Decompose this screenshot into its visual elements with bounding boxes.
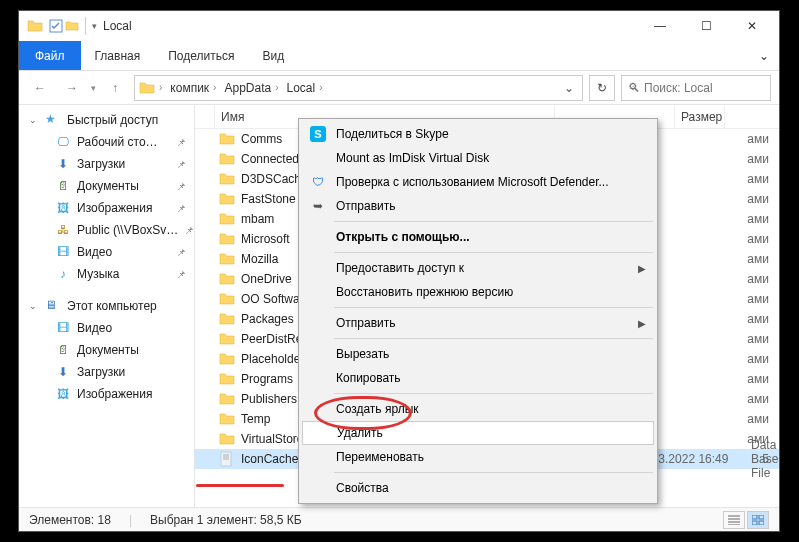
sidebar-item-downloads[interactable]: ⬇︎Загрузки 📌︎ [19,153,194,175]
folder-icon [219,191,235,207]
column-size[interactable]: Размер [675,105,725,128]
share-icon: ➥ [310,198,326,214]
breadcrumb-chev[interactable]: › [155,82,166,93]
expand-icon[interactable]: ⌄ [29,301,39,311]
context-menu-item[interactable]: Открыть с помощью... [302,225,654,249]
ribbon-expand-icon[interactable]: ⌄ [749,41,779,70]
navigation-pane: ⌄ ★ Быстрый доступ 🖵︎Рабочий сто… 📌︎ ⬇︎З… [19,105,195,507]
pin-icon: 📌︎ [176,137,186,148]
context-menu-item[interactable]: Восстановить прежнюю версию [302,280,654,304]
pin-icon: 📌︎ [176,203,186,214]
view-details-button[interactable] [723,511,745,529]
refresh-button[interactable]: ↻ [589,75,615,101]
nav-up-button[interactable]: ↑ [102,75,128,101]
context-menu-separator [334,221,653,222]
sidebar-item-network[interactable]: 🖧︎Public (\\VBoxSv… 📌︎ [19,219,194,241]
skype-icon: S [310,126,326,142]
address-bar[interactable]: › компик› AppData› Local› ⌄ [134,75,583,101]
folder-icon [219,171,235,187]
pin-icon: 📌︎ [176,247,186,258]
context-menu-separator [334,307,653,308]
qat-newfolder-icon[interactable] [65,19,79,33]
submenu-arrow-icon: ▶ [638,318,646,329]
sidebar-item-pictures[interactable]: 🖼︎Изображения 📌︎ [19,197,194,219]
db-file-icon [219,451,235,467]
qat-properties-icon[interactable] [49,19,63,33]
maximize-button[interactable]: ☐ [683,11,729,41]
folder-icon [219,431,235,447]
view-icons-button[interactable] [747,511,769,529]
context-menu-item[interactable]: Создать ярлык [302,397,654,421]
context-menu-item[interactable]: Вырезать [302,342,654,366]
nav-forward-button[interactable]: → [59,75,85,101]
qat-dropdown-icon[interactable]: ▾ [92,21,97,31]
svg-rect-4 [752,521,757,525]
ribbon-tab-home[interactable]: Главная [81,41,155,70]
status-bar: Элементов: 18 | Выбран 1 элемент: 58,5 К… [19,507,779,531]
ribbon-tab-view[interactable]: Вид [248,41,298,70]
nav-recent-icon[interactable]: ▾ [91,83,96,93]
video-icon: 🎞︎ [55,320,71,336]
expand-icon[interactable]: ⌄ [29,115,39,125]
context-menu-item[interactable]: Удалить [302,421,654,445]
folder-icon [219,131,235,147]
context-menu-item[interactable]: Свойства [302,476,654,500]
status-selection: Выбран 1 элемент: 58,5 КБ [150,513,302,527]
sidebar-item-documents[interactable]: 📄︎Документы 📌︎ [19,175,194,197]
folder-icon [219,391,235,407]
minimize-button[interactable]: — [637,11,683,41]
sidebar-item-music[interactable]: ♪︎Музыка 📌︎ [19,263,194,285]
context-menu-item[interactable]: Предоставить доступ к▶ [302,256,654,280]
music-icon: ♪︎ [55,266,71,282]
nav-this-pc[interactable]: ⌄ 🖥︎ Этот компьютер [19,295,194,317]
folder-icon [219,311,235,327]
nav-back-button[interactable]: ← [27,75,53,101]
ribbon-file-tab[interactable]: Файл [19,41,81,70]
context-menu-item[interactable]: SПоделиться в Skype [302,122,654,146]
sidebar-item-video[interactable]: 🎞︎Видео 📌︎ [19,241,194,263]
ribbon-tab-share[interactable]: Поделиться [154,41,248,70]
pin-icon: 📌︎ [176,269,186,280]
context-menu-separator [334,252,653,253]
quick-access-toolbar: ▾ [49,17,97,35]
search-input[interactable]: 🔍︎ Поиск: Local [621,75,771,101]
context-menu-item[interactable]: Копировать [302,366,654,390]
breadcrumb-folder-icon [139,80,155,96]
sidebar-item-video[interactable]: 🎞︎Видео [19,317,194,339]
submenu-arrow-icon: ▶ [638,263,646,274]
svg-rect-2 [752,515,757,519]
context-menu-separator [334,338,653,339]
folder-icon [219,151,235,167]
documents-icon: 📄︎ [55,178,71,194]
sidebar-item-documents[interactable]: 📄︎Документы [19,339,194,361]
svg-rect-3 [759,515,764,519]
pictures-icon: 🖼︎ [55,200,71,216]
context-menu-separator [334,393,653,394]
folder-icon [27,18,43,34]
pin-icon: 📌︎ [176,159,186,170]
star-icon: ★ [45,112,61,128]
folder-icon [219,231,235,247]
address-dropdown-icon[interactable]: ⌄ [560,81,578,95]
sidebar-item-desktop[interactable]: 🖵︎Рабочий сто… 📌︎ [19,131,194,153]
context-menu-item[interactable]: Переименовать [302,445,654,469]
qat-sep [85,17,86,35]
context-menu-item[interactable]: ➥Отправить [302,194,654,218]
sidebar-item-pictures[interactable]: 🖼︎Изображения [19,383,194,405]
search-placeholder: Поиск: Local [644,81,713,95]
breadcrumb-item[interactable]: компик› [166,81,220,95]
close-button[interactable]: ✕ [729,11,775,41]
breadcrumb-item[interactable]: Local› [283,81,327,95]
sidebar-item-downloads[interactable]: ⬇︎Загрузки [19,361,194,383]
documents-icon: 📄︎ [55,342,71,358]
folder-icon [219,251,235,267]
nav-quick-access[interactable]: ⌄ ★ Быстрый доступ [19,109,194,131]
breadcrumb-item[interactable]: AppData› [220,81,282,95]
shield-icon: 🛡︎ [310,174,326,190]
context-menu-item[interactable]: Отправить▶ [302,311,654,335]
context-menu-item[interactable]: 🛡︎Проверка с использованием Microsoft De… [302,170,654,194]
titlebar: ▾ Local — ☐ ✕ [19,11,779,41]
folder-icon [219,371,235,387]
desktop-icon: 🖵︎ [55,134,71,150]
context-menu-item[interactable]: Mount as ImDisk Virtual Disk [302,146,654,170]
